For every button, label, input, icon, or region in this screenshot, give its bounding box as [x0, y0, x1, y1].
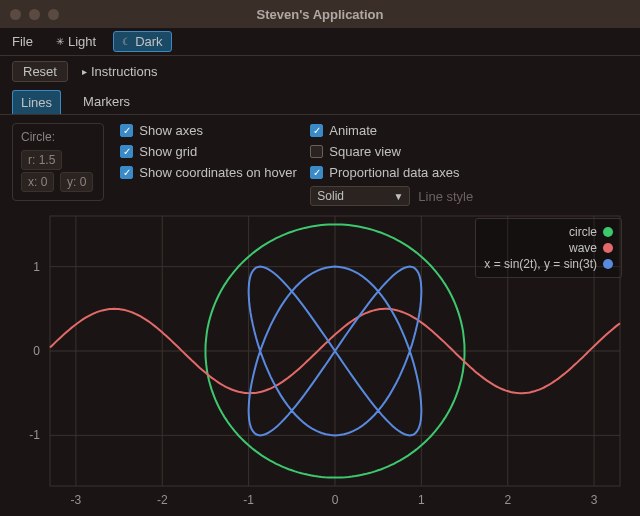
legend-label: circle: [569, 225, 597, 239]
check-square-view[interactable]: Square view: [310, 144, 510, 159]
line-style-select[interactable]: Solid ▼: [310, 186, 410, 206]
tabs: Lines Markers: [0, 86, 640, 115]
check-label: Show grid: [139, 144, 197, 159]
checkbox-icon: ✓: [310, 166, 323, 179]
check-show-coords[interactable]: ✓ Show coordinates on hover: [120, 165, 300, 180]
check-label: Show axes: [139, 123, 203, 138]
line-style-value: Solid: [317, 189, 344, 203]
titlebar: Steven's Application: [0, 0, 640, 28]
instructions-toggle[interactable]: ▸ Instructions: [82, 64, 157, 79]
legend-swatch-wave: [603, 243, 613, 253]
check-prop-axes[interactable]: ✓ Proportional data axes: [310, 165, 510, 180]
circle-x-field[interactable]: x: 0: [21, 172, 54, 192]
line-style-label: Line style: [418, 189, 473, 204]
legend: circle wave x = sin(2t), y = sin(3t): [475, 218, 622, 278]
instructions-label: Instructions: [91, 64, 157, 79]
theme-dark-button[interactable]: ☾ Dark: [113, 31, 171, 52]
svg-text:-3: -3: [71, 493, 82, 507]
svg-text:0: 0: [332, 493, 339, 507]
svg-text:-2: -2: [157, 493, 168, 507]
theme-light-label: Light: [68, 34, 96, 49]
moon-icon: ☾: [122, 36, 131, 47]
check-show-grid[interactable]: ✓ Show grid: [120, 144, 300, 159]
theme-dark-label: Dark: [135, 34, 162, 49]
check-label: Square view: [329, 144, 401, 159]
check-animate[interactable]: ✓ Animate: [310, 123, 510, 138]
check-label: Animate: [329, 123, 377, 138]
plot-area[interactable]: -3-2-10123-101 circle wave x = sin(2t), …: [10, 210, 630, 510]
check-show-axes[interactable]: ✓ Show axes: [120, 123, 300, 138]
legend-item-wave: wave: [484, 241, 613, 255]
svg-text:-1: -1: [243, 493, 254, 507]
svg-text:1: 1: [33, 260, 40, 274]
controls-row: Reset ▸ Instructions: [0, 56, 640, 86]
theme-light-button[interactable]: ✳ Light: [47, 31, 105, 52]
reset-button[interactable]: Reset: [12, 61, 68, 82]
legend-item-circle: circle: [484, 225, 613, 239]
svg-text:0: 0: [33, 344, 40, 358]
tab-lines[interactable]: Lines: [12, 90, 61, 114]
theme-toggle-group: ✳ Light ☾ Dark: [47, 31, 172, 52]
triangle-right-icon: ▸: [82, 66, 87, 77]
check-label: Show coordinates on hover: [139, 165, 297, 180]
chevron-down-icon: ▼: [393, 191, 403, 202]
circle-panel-label: Circle:: [21, 130, 95, 144]
menubar: File ✳ Light ☾ Dark: [0, 28, 640, 56]
checkbox-icon: ✓: [310, 124, 323, 137]
checkbox-icon: ✓: [120, 124, 133, 137]
svg-text:1: 1: [418, 493, 425, 507]
check-label: Proportional data axes: [329, 165, 459, 180]
options-panel: Circle: r: 1.5 x: 0 y: 0 ✓ Show axes ✓ A…: [0, 115, 640, 210]
svg-text:2: 2: [504, 493, 511, 507]
checkbox-icon: ✓: [120, 145, 133, 158]
svg-text:3: 3: [591, 493, 598, 507]
checkbox-icon: [310, 145, 323, 158]
tab-markers[interactable]: Markers: [75, 90, 138, 114]
legend-item-liss: x = sin(2t), y = sin(3t): [484, 257, 613, 271]
circle-y-field[interactable]: y: 0: [60, 172, 93, 192]
legend-label: wave: [569, 241, 597, 255]
sun-icon: ✳: [56, 36, 64, 47]
circle-panel: Circle: r: 1.5 x: 0 y: 0: [12, 123, 104, 201]
checkbox-grid: ✓ Show axes ✓ Animate ✓ Show grid Square…: [120, 123, 510, 206]
legend-label: x = sin(2t), y = sin(3t): [484, 257, 597, 271]
legend-swatch-circle: [603, 227, 613, 237]
svg-text:-1: -1: [29, 428, 40, 442]
line-style-row: Solid ▼ Line style: [310, 186, 510, 206]
file-menu[interactable]: File: [12, 34, 33, 49]
window-title: Steven's Application: [0, 7, 640, 22]
checkbox-icon: ✓: [120, 166, 133, 179]
legend-swatch-liss: [603, 259, 613, 269]
circle-r-field[interactable]: r: 1.5: [21, 150, 62, 170]
